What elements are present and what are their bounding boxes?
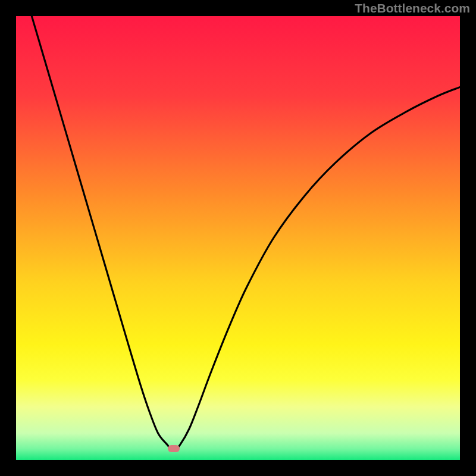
chart-frame: TheBottleneck.com: [0, 0, 476, 476]
bottleneck-curve: [16, 16, 460, 460]
optimal-point-marker: [168, 445, 180, 452]
plot-area: [16, 16, 460, 460]
watermark-text: TheBottleneck.com: [355, 1, 470, 15]
